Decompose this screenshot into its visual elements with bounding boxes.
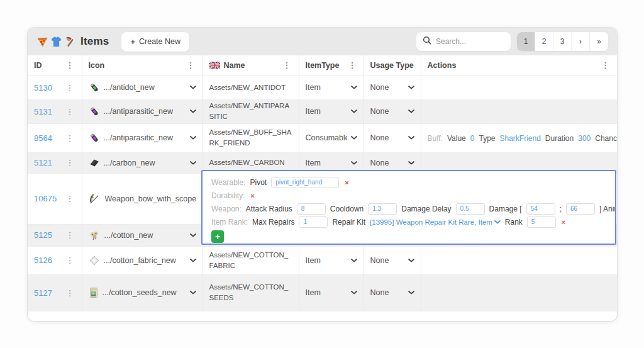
attack-radius-input[interactable] [297,203,326,215]
row-menu-icon[interactable]: ⋮ [65,134,75,142]
column-menu-icon-actions[interactable]: ⋮ [600,61,611,69]
icon-path-select[interactable]: .../cotton_new [82,224,203,246]
item-type-select[interactable]: Item [299,246,364,274]
icon-path-select[interactable]: .../antiparasitic_new [82,123,203,152]
usage-type-select[interactable]: None [364,99,421,123]
chevron-down-icon[interactable] [408,136,414,140]
pivot-input[interactable] [271,177,339,188]
icon-path-select[interactable]: .../antiparasitic_new [82,99,203,123]
icon-path-select[interactable]: .../carbon_new [82,152,203,173]
chevron-down-icon[interactable] [408,86,414,89]
chevron-down-icon[interactable] [190,109,196,113]
search-input[interactable] [436,37,504,46]
usage-type-select[interactable]: None [364,123,421,152]
asset-name-value: Assets/NEW_COTTON_FABRIC [209,250,292,271]
asset-name-cell: Assets/NEW_BUFF_SHARK_FRIEND [203,123,299,152]
row-menu-icon[interactable]: ⋮ [65,256,75,264]
buff-value-link[interactable]: 300 [578,134,591,143]
axe-icon [64,36,76,48]
item-type-select-value: Consumable... [306,133,347,142]
item-type-select[interactable]: Item [299,99,364,123]
usage-type-select[interactable]: None [364,274,421,311]
chevron-down-icon[interactable] [408,161,414,165]
item-id-link[interactable]: 5125 [34,230,61,240]
column-menu-icon-name[interactable]: ⋮ [282,61,292,69]
rank-input[interactable] [527,216,556,228]
icon-path-select[interactable]: .../antidot_new [82,76,203,99]
remove-component-button[interactable]: × [249,192,255,199]
item-id-link[interactable]: 5126 [34,255,61,265]
chevron-down-icon[interactable] [190,291,196,295]
create-new-button[interactable]: + Create New [121,32,189,52]
chevron-down-icon[interactable] [351,259,357,262]
chevron-down-icon[interactable] [351,291,357,295]
table-row-8564: 8564⋮.../antiparasitic_newAssets/NEW_BUF… [28,123,617,152]
chevron-down-icon[interactable] [351,86,357,89]
damage-delay-input[interactable] [456,203,485,215]
item-type-select[interactable]: Item [299,274,364,311]
usage-type-select[interactable]: None [364,246,421,274]
icon-path-select[interactable]: Weapon_bow_with_scope [82,173,203,224]
column-label-id: ID [34,61,42,70]
icon-path-select[interactable]: .../cotton_fabric_new [82,246,203,274]
item-type-select[interactable]: Consumable... [299,123,364,152]
repair-kit-link[interactable]: [13995] Weapon Repair Kit Rare, Item [370,218,501,226]
remove-component-button[interactable]: × [343,179,350,186]
icon-path-select[interactable]: .../cotton_seeds_new [82,274,203,311]
page-3-button[interactable]: 3 [553,32,572,51]
icon-path-value: .../cotton_fabric_new [104,256,186,265]
row-menu-icon[interactable]: ⋮ [65,289,75,297]
item-id-link[interactable]: 5131 [34,107,61,116]
page-1-button[interactable]: 1 [517,32,535,51]
column-menu-icon-id[interactable]: ⋮ [65,61,75,69]
panel-section: Item Rank:Max RepairsRepair Kit[13995] W… [211,215,606,228]
column-menu-icon-item_type[interactable]: ⋮ [347,61,357,69]
item-id-link[interactable]: 5127 [34,288,61,298]
remove-component-button[interactable]: × [560,218,567,226]
item-id-link[interactable]: 5130 [34,83,61,93]
id-cell: 5131⋮ [28,99,82,123]
chevron-down-icon[interactable] [190,161,196,165]
usage-type-select[interactable]: None [364,76,421,99]
chevron-down-icon[interactable] [190,136,196,140]
item-id-link[interactable]: 8564 [34,133,61,143]
chevron-down-icon[interactable] [351,136,357,140]
table-row-5130: 5130⋮.../antidot_newAssets/NEW_ANTIDOTIt… [28,76,617,99]
row-menu-icon[interactable]: ⋮ [65,231,75,239]
chevron-down-icon[interactable] [190,259,196,262]
item-type-select-value: Item [306,256,347,265]
max-repairs-input[interactable] [299,216,328,228]
last-page-button[interactable]: » [590,32,608,51]
panel-field-label: Cooldown [330,205,364,213]
column-menu-icon-icon[interactable]: ⋮ [186,61,196,69]
item-edit-panel: Wearable:Pivot×Durability:×Weapon:Attack… [201,170,616,245]
row-menu-icon[interactable]: ⋮ [65,84,75,92]
chevron-down-icon[interactable] [190,233,196,237]
chevron-down-icon[interactable] [408,291,414,295]
buff-value-link[interactable]: 0 [470,134,475,143]
id-cell: 5121⋮ [28,152,82,173]
page-2-button[interactable]: 2 [535,32,553,51]
damage-max-input[interactable] [566,203,595,215]
damage-min-input[interactable] [526,203,555,215]
next-page-button[interactable]: › [572,32,590,51]
item-id-link[interactable]: 5121 [34,158,61,167]
cooldown-input[interactable] [368,203,397,215]
chevron-down-icon[interactable] [408,109,414,113]
buff-value-link[interactable]: SharkFriend [499,134,540,143]
chevron-down-icon[interactable] [190,86,196,89]
panel-section: Durability:× [211,189,606,202]
carbon-sheet-icon [89,157,100,169]
add-component-button[interactable]: + [211,230,224,243]
row-menu-icon[interactable]: ⋮ [65,108,75,116]
buff-label: Type [479,134,495,143]
item-type-select[interactable]: Item [299,76,364,99]
chevron-down-icon[interactable] [351,109,357,113]
chevron-down-icon[interactable] [408,259,414,262]
item-id-link[interactable]: 10675 [34,194,61,203]
row-menu-icon[interactable]: ⋮ [65,159,75,167]
column-header-actions: Actions⋮ [421,55,617,76]
chevron-down-icon[interactable] [351,161,357,165]
row-menu-icon[interactable]: ⋮ [65,194,75,203]
id-cell: 5127⋮ [28,274,82,311]
